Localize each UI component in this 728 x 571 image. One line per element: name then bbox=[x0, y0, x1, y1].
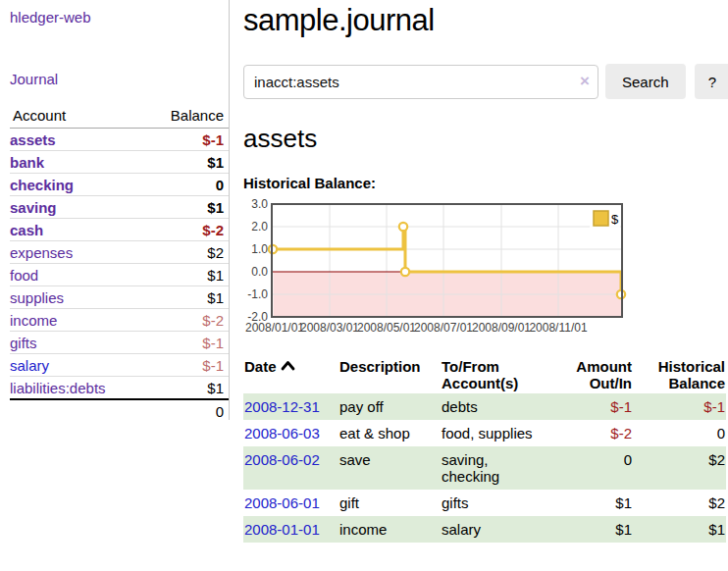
register-row: 2008-06-03 eat & shop food, supplies $-2… bbox=[243, 420, 726, 446]
account-column-header: To/From Account(s) bbox=[441, 354, 548, 393]
sidebar-account-salary[interactable]: salary bbox=[10, 357, 49, 374]
transaction-description: save bbox=[338, 446, 441, 490]
svg-text:0.0: 0.0 bbox=[251, 265, 268, 279]
svg-text:2008/05/01: 2008/05/01 bbox=[357, 321, 416, 335]
account-row: gifts $-1 bbox=[10, 332, 229, 354]
account-row: liabilities:debts $1 bbox=[10, 377, 229, 400]
sidebar-account-liabilities-debts[interactable]: liabilities:debts bbox=[10, 380, 106, 396]
svg-text:2008/11/01: 2008/11/01 bbox=[529, 321, 587, 335]
transaction-amount: $1 bbox=[548, 516, 633, 543]
transaction-description: eat & shop bbox=[338, 420, 441, 446]
register-row: 2008-06-02 save saving, checking 0 $2 bbox=[243, 446, 726, 490]
transaction-date-link[interactable]: 2008-06-03 bbox=[244, 425, 320, 441]
register-header-row: Date Description To/From Account(s) Amou… bbox=[243, 354, 726, 393]
transaction-accounts: salary bbox=[441, 516, 548, 543]
account-row: cash $-2 bbox=[10, 219, 229, 241]
account-row: food $1 bbox=[10, 264, 229, 286]
transaction-balance: $-1 bbox=[633, 393, 726, 420]
sidebar-account-food[interactable]: food bbox=[10, 267, 38, 284]
sidebar-account-expenses[interactable]: expenses bbox=[10, 244, 73, 261]
amount-column-header: Amount Out/In bbox=[548, 354, 633, 393]
account-heading: assets bbox=[243, 124, 728, 154]
transaction-amount: $-1 bbox=[548, 393, 633, 420]
sidebar-account-checking[interactable]: checking bbox=[10, 177, 74, 193]
chart-title: Historical Balance: bbox=[243, 175, 728, 191]
description-column-header: Description bbox=[338, 354, 441, 393]
transaction-date-link[interactable]: 2008-06-02 bbox=[244, 451, 320, 468]
transaction-amount: 0 bbox=[548, 446, 633, 490]
account-row: bank $1 bbox=[10, 151, 229, 174]
account-balance: $-1 bbox=[143, 129, 229, 151]
transaction-description: gift bbox=[338, 490, 441, 516]
account-row: checking 0 bbox=[10, 174, 229, 196]
svg-text:2008/09/01: 2008/09/01 bbox=[472, 321, 531, 335]
account-balance: $1 bbox=[143, 286, 229, 309]
y-axis-labels: 3.0 2.0 1.0 0.0 -1.0 -2.0 bbox=[247, 197, 268, 324]
svg-text:2008/07/01: 2008/07/01 bbox=[414, 321, 473, 335]
transaction-description: income bbox=[338, 516, 441, 543]
account-balance: $2 bbox=[143, 241, 229, 264]
register-row: 2008-12-31 pay off debts $-1 $-1 bbox=[243, 393, 726, 420]
transaction-balance: $1 bbox=[633, 516, 726, 543]
main-panel: sample.journal × Search ? assets Histori… bbox=[230, 0, 728, 571]
svg-text:-1.0: -1.0 bbox=[247, 287, 268, 301]
sidebar-account-supplies[interactable]: supplies bbox=[10, 289, 64, 306]
account-balance: 0 bbox=[143, 174, 229, 196]
search-button[interactable]: Search bbox=[605, 64, 686, 99]
balance-column-header: Balance bbox=[143, 104, 229, 129]
account-row: salary $-1 bbox=[10, 354, 229, 377]
account-row: supplies $1 bbox=[10, 286, 229, 309]
account-balance: $-2 bbox=[143, 309, 229, 332]
sidebar-account-assets[interactable]: assets bbox=[10, 131, 56, 148]
transaction-date-link[interactable]: 2008-06-01 bbox=[244, 494, 320, 511]
sidebar-account-gifts[interactable]: gifts bbox=[10, 335, 37, 351]
account-row: income $-2 bbox=[10, 309, 229, 332]
account-row: saving $1 bbox=[10, 196, 229, 219]
accounts-table: Account Balance assets $-1 bank $1 check… bbox=[10, 104, 229, 422]
transaction-date-link[interactable]: 2008-01-01 bbox=[244, 521, 320, 538]
search-input[interactable] bbox=[243, 65, 598, 99]
x-axis-labels: 2008/01/01 2008/03/01 2008/05/01 2008/07… bbox=[245, 321, 588, 335]
svg-text:1.0: 1.0 bbox=[251, 242, 268, 256]
sort-ascending-icon[interactable] bbox=[281, 360, 295, 371]
transaction-accounts: debts bbox=[441, 393, 548, 420]
accounts-total-row: 0 bbox=[10, 399, 229, 422]
app-title-link[interactable]: hledger-web bbox=[10, 9, 91, 26]
svg-text:2.0: 2.0 bbox=[251, 220, 268, 234]
date-column-header[interactable]: Date bbox=[243, 354, 338, 393]
accounts-total: 0 bbox=[143, 399, 229, 422]
clear-search-icon[interactable]: × bbox=[580, 73, 590, 89]
account-balance: $-1 bbox=[143, 354, 229, 377]
sidebar-account-cash[interactable]: cash bbox=[10, 222, 43, 238]
transaction-accounts: food, supplies bbox=[441, 420, 548, 446]
transaction-description: pay off bbox=[338, 393, 441, 420]
transaction-amount: $-2 bbox=[548, 420, 633, 446]
legend-swatch bbox=[594, 211, 608, 226]
sidebar-account-bank[interactable]: bank bbox=[10, 154, 44, 171]
sidebar-account-income[interactable]: income bbox=[10, 312, 57, 329]
account-balance: $-2 bbox=[143, 219, 229, 241]
historical-balance-chart[interactable]: $ 3.0 2.0 1.0 0.0 -1.0 -2.0 2008/01/01 2… bbox=[235, 197, 726, 337]
account-balance: $1 bbox=[143, 377, 229, 400]
account-row: assets $-1 bbox=[10, 129, 229, 151]
sidebar-account-saving[interactable]: saving bbox=[10, 199, 57, 216]
transaction-balance: 0 bbox=[633, 420, 726, 446]
account-balance: $-1 bbox=[143, 332, 229, 354]
account-column-header: Account bbox=[10, 104, 143, 129]
search-form: × Search ? bbox=[243, 64, 728, 99]
svg-text:2008/01/01: 2008/01/01 bbox=[245, 321, 304, 335]
transaction-date-link[interactable]: 2008-12-31 bbox=[244, 398, 320, 415]
chart-legend: $ bbox=[590, 208, 620, 229]
account-balance: $1 bbox=[143, 151, 229, 174]
legend-label: $ bbox=[611, 212, 619, 227]
transaction-amount: $1 bbox=[548, 490, 633, 516]
sidebar: hledger-web Journal Account Balance asse… bbox=[0, 0, 230, 420]
help-button[interactable]: ? bbox=[695, 64, 728, 99]
page-title: sample.journal bbox=[243, 3, 728, 38]
transaction-balance: $2 bbox=[633, 490, 726, 516]
sidebar-item-journal[interactable]: Journal bbox=[10, 71, 229, 87]
svg-text:2008/03/01: 2008/03/01 bbox=[300, 321, 359, 335]
transaction-accounts: gifts bbox=[441, 490, 548, 516]
balance-column-header: Historical Balance bbox=[633, 354, 726, 393]
transaction-balance: $2 bbox=[633, 446, 726, 490]
